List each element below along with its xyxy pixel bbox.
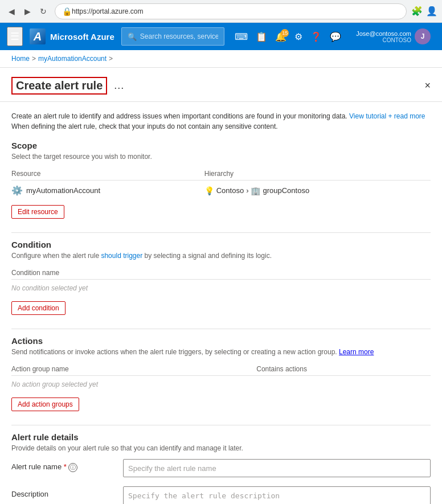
scope-section: Scope Select the target resource you wis… [11,141,431,219]
help-button[interactable]: ❓ [307,28,325,46]
user-avatar: J [415,28,431,44]
description-label: Description [11,486,114,498]
browser-nav-buttons: ◀ ▶ ↻ [5,5,50,18]
scope-title: Scope [11,141,431,150]
alert-rule-details-description: Provide details on your alert rule so th… [11,444,431,452]
notifications-button[interactable]: 🔔 15 [272,28,290,46]
profile-icon[interactable]: 👤 [426,6,437,17]
scope-description: Select the target resource you wish to m… [11,153,431,161]
hierarchy-contoso: Contoso [216,186,244,195]
automation-account-icon: ⚙️ [11,185,23,196]
back-button[interactable]: ◀ [5,5,18,18]
breadcrumb: Home > myAutomationAccount > [0,50,442,67]
user-text: Jose@contoso.com CONTOSO [356,30,411,43]
hierarchy-group: groupContoso [263,186,309,195]
no-action-text: No action group selected yet [11,376,188,391]
breadcrumb-account[interactable]: myAutomationAccount [38,55,107,63]
add-condition-button[interactable]: Add condition [11,301,66,315]
breadcrumb-sep-1: > [32,55,36,63]
alert-rule-name-input[interactable] [123,459,431,477]
azure-logo-icon: A [30,28,46,44]
add-action-groups-button[interactable]: Add action groups [11,398,79,411]
hierarchy-cell: 💡 Contoso › 🏢 groupContoso [204,186,426,195]
panel-title: Create alert rule [11,77,107,95]
actions-table: Action group name Contains actions No ac… [11,363,431,391]
no-condition-text: No condition selected yet [11,280,431,295]
condition-description: Configure when the alert rule should tri… [11,252,431,260]
close-panel-button[interactable]: × [424,80,431,92]
hierarchy-arrow: › [246,186,248,195]
condition-table: Condition name No condition selected yet [11,267,431,294]
user-profile[interactable]: Jose@contoso.com CONTOSO J [351,26,435,47]
search-input[interactable] [140,32,218,40]
alert-rule-details-title: Alert rule details [11,432,431,442]
resource-table: Resource Hierarchy ⚙️ myAutomationAccoun… [11,167,431,200]
panel-body: Create an alert rule to identify and add… [0,102,442,504]
actions-title: Actions [11,336,431,346]
intro-text-before: Create an alert rule to identify and add… [11,112,349,120]
user-email: Jose@contoso.com [356,30,411,37]
nav-icons: ⌨ 📋 🔔 15 ⚙ ❓ 💬 [231,28,345,46]
name-info-icon[interactable]: ⓘ [68,463,77,472]
azure-top-nav: ☰ A Microsoft Azure 🔍 ⌨ 📋 🔔 15 ⚙ ❓ 💬 Jos… [0,23,442,50]
extensions-icon[interactable]: 🧩 [411,6,423,17]
settings-button[interactable]: ⚙ [291,28,306,46]
condition-row: No condition selected yet [11,280,431,295]
search-icon: 🔍 [128,32,137,41]
view-tutorial-link[interactable]: View tutorial + read more [349,112,425,120]
main-panel: Create alert rule ... × Create an alert … [0,67,442,504]
hierarchy-group-icon: 🏢 [251,186,260,195]
resource-col-header: Resource [11,167,204,181]
actions-description: Send notifications or invoke actions whe… [11,348,431,356]
hamburger-menu[interactable]: ☰ [7,27,23,46]
refresh-button[interactable]: ↻ [36,5,50,18]
required-indicator: * [64,462,67,471]
forward-button[interactable]: ▶ [21,5,34,18]
action-group-col: Action group name [11,363,188,376]
condition-divider [11,329,431,329]
action-row: No action group selected yet [11,376,431,391]
actions-divider [11,425,431,425]
alert-rule-name-label: Alert rule name * ⓘ [11,459,114,472]
alert-rule-name-control [123,459,431,477]
notification-badge: 15 [281,29,289,37]
azure-logo: A Microsoft Azure [30,28,114,44]
resource-name: myAutomationAccount [26,186,100,195]
description-textarea[interactable] [123,486,431,504]
actions-desc-text: Send notifications or invoke actions whe… [11,348,339,356]
azure-logo-text: Microsoft Azure [50,32,114,42]
learn-more-link[interactable]: Learn more [339,348,374,356]
portal-feedback-button[interactable]: 📋 [252,28,271,46]
browser-chrome: ◀ ▶ ↻ 🔒 https://portal.azure.com 🧩 👤 [0,0,442,23]
feedback-button[interactable]: 💬 [326,28,345,46]
condition-title: Condition [11,240,431,249]
alert-rule-name-row: Alert rule name * ⓘ [11,459,431,477]
actions-section: Actions Send notifications or invoke act… [11,336,431,411]
intro-text-after: When defining the alert rule, check that… [11,122,278,130]
breadcrumb-sep-2: > [109,55,113,63]
panel-header: Create alert rule ... × [0,68,442,102]
global-search[interactable]: 🔍 [121,27,224,46]
name-label-text: Alert rule name [11,462,62,471]
user-org: CONTOSO [356,37,411,43]
browser-action-icons: 🧩 👤 [411,6,437,17]
hierarchy-col-header: Hierarchy [204,167,431,181]
scope-divider [11,232,431,233]
intro-text: Create an alert rule to identify and add… [11,111,431,132]
contains-actions-col: Contains actions [188,363,431,376]
hierarchy-org-icon: 💡 [204,186,214,195]
address-bar[interactable]: 🔒 https://portal.azure.com [55,3,407,19]
edit-resource-button[interactable]: Edit resource [11,205,64,219]
more-options-button[interactable]: ... [114,80,124,92]
condition-name-col: Condition name [11,267,431,280]
resource-row: ⚙️ myAutomationAccount 💡 Contoso › 🏢 gro… [11,181,431,201]
breadcrumb-home[interactable]: Home [11,55,30,63]
url-text: https://portal.azure.com [72,7,143,15]
alert-rule-details-section: Alert rule details Provide details on yo… [11,432,431,504]
condition-section: Condition Configure when the alert rule … [11,240,431,315]
resource-icon-cell: ⚙️ myAutomationAccount [11,185,100,196]
description-control [123,486,431,504]
description-row: Description [11,486,431,504]
cloud-shell-button[interactable]: ⌨ [231,28,251,46]
